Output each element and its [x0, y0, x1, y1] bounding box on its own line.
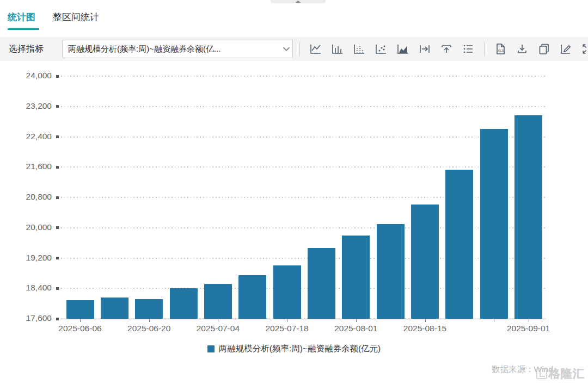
bar[interactable]: [135, 299, 163, 319]
y-gridline: [61, 288, 547, 289]
bar[interactable]: [308, 248, 335, 319]
edit-chart-icon[interactable]: [559, 42, 573, 56]
y-gridline: [61, 227, 547, 228]
toolbar-divider: [299, 42, 300, 56]
gelonghui-watermark: 格隆汇: [536, 366, 585, 381]
y-tick-marker: [56, 318, 59, 320]
active-tab-underline: [8, 28, 39, 30]
x-axis-label: 2025-08-01: [323, 324, 389, 333]
dotted-bar-chart-icon[interactable]: [352, 42, 366, 56]
statistics-panel: 统计图 整区间统计 选择指标 两融规模分析(频率:周)~融资融券余额(亿...: [0, 0, 588, 384]
top-handle[interactable]: [271, 0, 326, 3]
y-gridline: [61, 137, 547, 138]
x-tick: [356, 319, 357, 322]
y-axis-label: 20,000: [4, 222, 52, 232]
y-axis-label: 22,400: [4, 132, 52, 141]
y-axis-label: 24,000: [4, 71, 52, 80]
y-tick-marker: [56, 226, 59, 229]
y-gridline: [61, 76, 547, 77]
x-axis-label: 2025-06-06: [47, 324, 113, 333]
bar-chart-icon[interactable]: [330, 42, 345, 56]
bar[interactable]: [101, 298, 128, 319]
indicator-select-value: 两融规模分析(频率:周)~融资融券余额(亿...: [63, 44, 280, 54]
bar[interactable]: [445, 170, 473, 319]
y-tick-marker: [56, 105, 59, 108]
y-axis-label: 20,800: [4, 192, 52, 202]
bar[interactable]: [273, 265, 301, 319]
y-axis-label: 18,400: [4, 283, 52, 293]
scatter-chart-icon[interactable]: [374, 42, 388, 56]
x-tick: [425, 319, 426, 322]
bar[interactable]: [377, 224, 405, 319]
y-axis-label: 17,600: [4, 313, 52, 323]
x-axis-label: 2025-09-01: [496, 324, 561, 333]
y-axis-label: 23,200: [4, 101, 52, 111]
download-icon[interactable]: [515, 42, 529, 56]
y-tick-marker: [56, 257, 59, 259]
indicator-select[interactable]: 两融规模分析(频率:周)~融资融券余额(亿...: [62, 40, 293, 58]
x-tick: [287, 319, 287, 322]
copy-icon[interactable]: [537, 42, 551, 56]
legend: 两融规模分析(频率:周)~融资融券余额(亿元): [0, 343, 588, 355]
fullscreen-icon[interactable]: [580, 42, 588, 56]
y-gridline: [61, 166, 547, 168]
chart-toolbar-icons: XLS: [298, 37, 588, 61]
gelonghui-logo-icon: [536, 368, 547, 379]
tab-bar: 统计图 整区间统计: [0, 7, 588, 34]
list-settings-icon[interactable]: [461, 42, 475, 56]
x-tick: [80, 319, 81, 322]
legend-label: 两融规模分析(频率:周)~融资融券余额(亿元): [219, 343, 381, 355]
legend-swatch: [207, 345, 215, 352]
chevron-down-icon: [280, 43, 292, 55]
x-axis-label: 2025-07-18: [254, 324, 320, 333]
xls-export-icon[interactable]: XLS: [493, 42, 507, 56]
y-gridline: [61, 197, 547, 198]
y-axis-label: 21,600: [4, 162, 52, 171]
bar[interactable]: [66, 300, 94, 319]
bar[interactable]: [342, 236, 370, 319]
area-chart-icon[interactable]: [396, 42, 410, 56]
y-tick-marker: [56, 196, 59, 199]
y-gridline: [61, 318, 547, 319]
x-axis-label: 2025-07-04: [185, 324, 250, 333]
svg-text:XLS: XLS: [498, 48, 504, 52]
line-chart-icon[interactable]: [309, 42, 323, 56]
watermark-text: 格隆汇: [549, 366, 585, 381]
tab-range-statistics[interactable]: 整区间统计: [53, 11, 99, 23]
y-gridline: [61, 258, 547, 259]
x-tick: [529, 319, 529, 322]
x-tick: [494, 319, 494, 322]
shift-right-icon[interactable]: [418, 42, 432, 56]
bar[interactable]: [238, 275, 266, 319]
x-axis-label: 2025-08-15: [393, 324, 458, 333]
y-tick-marker: [56, 166, 59, 169]
collapse-icon: [296, 1, 301, 3]
bar[interactable]: [411, 205, 439, 319]
x-axis-line: [60, 319, 547, 319]
toolbar: 选择指标 两融规模分析(频率:周)~融资融券余额(亿...: [0, 37, 588, 61]
x-tick: [218, 319, 218, 322]
toolbar-divider: [484, 42, 485, 56]
y-tick-marker: [56, 135, 59, 138]
y-gridline: [61, 106, 547, 107]
bar[interactable]: [170, 288, 198, 319]
tab-statistics-chart[interactable]: 统计图: [8, 11, 35, 23]
y-tick-marker: [56, 287, 59, 290]
y-axis-label: 19,200: [4, 253, 52, 263]
indicator-label: 选择指标: [9, 37, 44, 61]
bar[interactable]: [514, 115, 542, 319]
align-top-icon[interactable]: [439, 42, 454, 56]
bar[interactable]: [480, 129, 508, 319]
x-tick: [149, 319, 150, 322]
y-tick-marker: [56, 75, 59, 78]
bar[interactable]: [204, 284, 232, 319]
x-axis-label: 2025-06-20: [117, 324, 182, 333]
